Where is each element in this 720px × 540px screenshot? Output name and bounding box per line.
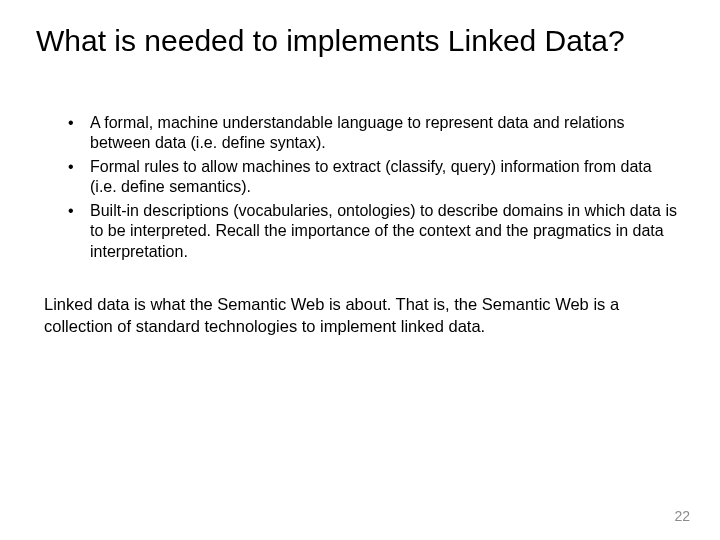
list-item: Formal rules to allow machines to extrac… (58, 157, 678, 198)
page-title: What is needed to implements Linked Data… (36, 24, 684, 57)
page-number: 22 (674, 508, 690, 524)
list-item: Built-in descriptions (vocabularies, ont… (58, 201, 678, 262)
list-item: A formal, machine understandable languag… (58, 113, 678, 154)
bullet-list: A formal, machine understandable languag… (36, 113, 684, 262)
slide: What is needed to implements Linked Data… (0, 0, 720, 540)
body-paragraph: Linked data is what the Semantic Web is … (36, 294, 684, 337)
